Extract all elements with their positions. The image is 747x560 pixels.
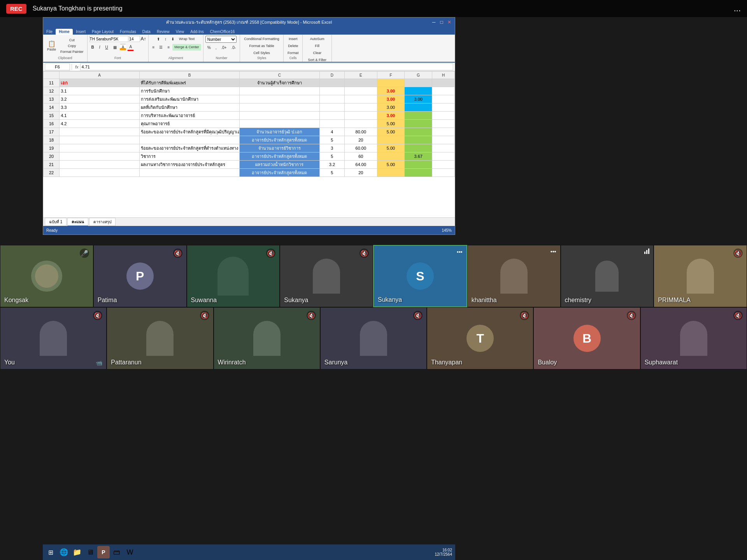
cell-G12[interactable]: [405, 87, 432, 95]
cell-B15[interactable]: การบริหารและพัฒนาอาจารย์: [139, 112, 239, 120]
cell-C14[interactable]: [240, 103, 320, 112]
align-bottom-button[interactable]: ⬇: [169, 36, 176, 42]
cell-E12[interactable]: [345, 87, 377, 95]
cell-styles-button[interactable]: Cell Styles: [251, 50, 272, 56]
align-middle-button[interactable]: ↕: [163, 36, 168, 42]
cell-D11[interactable]: [319, 79, 344, 87]
font-color-button[interactable]: A: [127, 44, 134, 51]
tab-addins[interactable]: Add-Ins: [187, 29, 207, 35]
percent-button[interactable]: %: [205, 44, 213, 51]
tab-review[interactable]: Review: [154, 29, 173, 35]
conditional-formatting-button[interactable]: Conditional Formatting: [242, 36, 281, 42]
insert-button[interactable]: Insert: [287, 36, 300, 42]
italic-button[interactable]: I: [97, 44, 102, 51]
minimize-button[interactable]: ─: [430, 18, 438, 26]
cell-D15[interactable]: [319, 112, 344, 120]
cell-D12[interactable]: [319, 87, 344, 95]
cell-F13[interactable]: 3.00: [377, 95, 405, 103]
cell-D16[interactable]: [319, 120, 344, 128]
cell-A20[interactable]: [60, 152, 140, 161]
more-options-button[interactable]: ...: [734, 4, 741, 14]
cell-H20[interactable]: [432, 152, 455, 161]
sort-filter-button[interactable]: Sort & Filter: [306, 57, 328, 63]
cell-C16[interactable]: [240, 120, 320, 128]
cell-B21[interactable]: ผลงานทางวิชาการของอาจารย์ประจำหลักสูตร: [139, 161, 239, 169]
screen-button[interactable]: 🖥: [84, 546, 96, 558]
sheet-tab-3[interactable]: ตารางสรุป: [89, 218, 116, 226]
col-header-D[interactable]: D: [319, 72, 344, 79]
bold-button[interactable]: B: [89, 44, 96, 51]
underline-button[interactable]: U: [103, 44, 110, 51]
cell-H18[interactable]: [432, 136, 455, 144]
cell-D20[interactable]: 5: [319, 152, 344, 161]
col-header-A[interactable]: A: [60, 72, 140, 79]
tab-home[interactable]: Home: [56, 29, 73, 35]
cell-C11[interactable]: จำนวนผู้สำเร็จการศึกษา: [240, 79, 320, 87]
maximize-button[interactable]: □: [438, 18, 445, 26]
cell-F22[interactable]: [377, 169, 405, 177]
cell-F11[interactable]: [377, 79, 405, 87]
decrease-decimal-button[interactable]: .0-: [230, 44, 238, 51]
cell-H12[interactable]: [432, 87, 455, 95]
align-center-button[interactable]: ☰: [157, 44, 165, 51]
cell-F14[interactable]: 3.00: [377, 103, 405, 112]
cell-A21[interactable]: [60, 161, 140, 169]
cell-H16[interactable]: [432, 120, 455, 128]
cell-A18[interactable]: [60, 136, 140, 144]
format-as-table-button[interactable]: Format as Table: [247, 43, 276, 49]
cell-F16[interactable]: 5.00: [377, 120, 405, 128]
comma-button[interactable]: ,: [214, 44, 219, 51]
cell-E19[interactable]: 60.00: [345, 144, 377, 152]
paste-button[interactable]: 📋 Paste: [45, 40, 58, 52]
cell-B14[interactable]: ผลที่เกิดกับนักศึกษา: [139, 103, 239, 112]
tab-view[interactable]: View: [173, 29, 188, 35]
windows-start-button[interactable]: ⊞: [44, 546, 57, 558]
tab-file[interactable]: File: [43, 29, 56, 35]
cell-E13[interactable]: [345, 95, 377, 103]
cell-E20[interactable]: 60: [345, 152, 377, 161]
cell-A16[interactable]: 4.2: [60, 120, 140, 128]
sheet-tab-1[interactable]: ฉบับที่ 1: [45, 218, 67, 226]
cell-G13[interactable]: 3.00: [405, 95, 432, 103]
cell-B16[interactable]: คุณภาพอาจารย์: [139, 120, 239, 128]
more-options-khanittha[interactable]: •••: [551, 248, 556, 255]
cell-B19[interactable]: ร้อยละของอาจารย์ประจำหลักสูตรที่ดำรงตำแห…: [139, 144, 239, 152]
cell-G18[interactable]: [405, 136, 432, 144]
delete-button[interactable]: Delete: [286, 43, 300, 49]
cell-C17[interactable]: จำนวนอาจารย์วุฒิ ป.เอก: [240, 128, 320, 136]
powerpoint-button[interactable]: P: [97, 546, 110, 558]
border-button[interactable]: ▦: [111, 44, 119, 51]
cell-B22[interactable]: [139, 169, 239, 177]
cell-E11[interactable]: [345, 79, 377, 87]
cell-H22[interactable]: [432, 169, 455, 177]
cell-A19[interactable]: [60, 144, 140, 152]
cell-H15[interactable]: [432, 112, 455, 120]
cell-C20[interactable]: อาจารย์ประจำหลักสูตรทั้งหมด: [240, 152, 320, 161]
cell-C19[interactable]: จำนวนอาจารย์วิชาการ: [240, 144, 320, 152]
cell-B20[interactable]: วิชาการ: [139, 152, 239, 161]
cell-A17[interactable]: [60, 128, 140, 136]
col-header-B[interactable]: B: [139, 72, 239, 79]
cell-D22[interactable]: 5: [319, 169, 344, 177]
copy-button[interactable]: Copy: [59, 43, 85, 49]
cell-H11[interactable]: [432, 79, 455, 87]
number-format-select[interactable]: Number: [205, 36, 237, 43]
cell-G15[interactable]: [405, 112, 432, 120]
cell-E17[interactable]: 80.00: [345, 128, 377, 136]
col-header-E[interactable]: E: [345, 72, 377, 79]
cut-button[interactable]: Cut: [59, 37, 85, 43]
tab-page-layout[interactable]: Page Layout: [89, 29, 117, 35]
format-button[interactable]: Format: [286, 50, 301, 56]
file-explorer-button[interactable]: 📁: [71, 546, 83, 558]
increase-font-button[interactable]: A↑: [141, 36, 146, 42]
fill-button[interactable]: Fill: [313, 43, 321, 49]
cell-D18[interactable]: 5: [319, 136, 344, 144]
col-header-G[interactable]: G: [405, 72, 432, 79]
cell-F18[interactable]: [377, 136, 405, 144]
cell-D19[interactable]: 3: [319, 144, 344, 152]
cell-H19[interactable]: [432, 144, 455, 152]
cell-B17[interactable]: ร้อยละของอาจารย์ประจำหลักสูตรที่มีคุณวุฒ…: [139, 128, 239, 136]
cell-E18[interactable]: 20: [345, 136, 377, 144]
align-left-button[interactable]: ≡: [151, 44, 157, 51]
cell-A14[interactable]: 3.3: [60, 103, 140, 112]
